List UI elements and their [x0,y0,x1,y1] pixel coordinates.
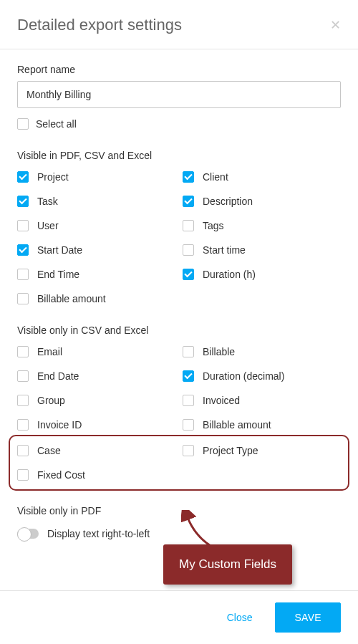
checkbox-billable-amount-2[interactable] [183,419,194,431]
field-duration-h: Duration (h) [183,269,341,280]
fields-csv-grid: Email Billable End Date Duration (decima… [17,346,341,431]
checkbox-end-time[interactable] [17,269,29,280]
label-duration-decimal: Duration (decimal) [203,370,284,382]
close-icon[interactable]: ✕ [330,19,341,32]
report-name-label: Report name [17,64,341,75]
select-all-row: Select all [17,118,341,130]
rtl-toggle-row: Display text right-to-left [17,528,341,539]
dialog-body: Report name Select all Visible in PDF, C… [0,49,358,590]
checkbox-fixed-cost[interactable] [17,469,29,481]
field-task: Task [17,196,175,207]
field-group: Group [17,395,175,406]
report-name-input[interactable] [17,81,341,108]
checkbox-project[interactable] [17,171,29,183]
field-client: Client [183,171,341,183]
save-button[interactable]: SAVE [275,602,341,633]
field-start-date: Start Date [17,244,175,256]
checkbox-duration-decimal[interactable] [183,370,194,382]
label-end-time: End Time [37,269,79,280]
label-user: User [37,220,59,231]
dialog-footer: Close SAVE [0,590,358,644]
select-all-checkbox[interactable] [17,118,29,130]
label-billable: Billable [203,346,235,357]
label-tags: Tags [203,220,224,231]
field-project: Project [17,171,175,183]
checkbox-project-type[interactable] [183,445,194,456]
label-start-time: Start time [203,244,246,256]
checkbox-start-time[interactable] [183,244,194,256]
checkbox-billable[interactable] [183,346,194,357]
section-pdf-only-label: Visible only in PDF [17,505,341,516]
field-start-time: Start time [183,244,341,256]
rtl-toggle-label: Display text right-to-left [47,528,150,539]
label-description: Description [203,196,253,207]
field-email: Email [17,346,175,357]
field-billable: Billable [183,346,341,357]
label-project: Project [37,171,69,183]
checkbox-end-date[interactable] [17,370,29,382]
select-all-label: Select all [36,118,77,130]
field-billable-amount-2: Billable amount [183,419,341,431]
field-end-time: End Time [17,269,175,280]
label-task: Task [37,196,58,207]
fields-all-grid: Project Client Task Description User Tag… [17,171,341,304]
field-fixed-cost: Fixed Cost [17,469,175,481]
checkbox-start-date[interactable] [17,244,29,256]
field-end-date: End Date [17,370,175,382]
checkbox-client[interactable] [183,171,194,183]
checkbox-case[interactable] [17,445,29,456]
fields-custom-grid: Case Project Type Fixed Cost [17,445,341,481]
checkbox-user[interactable] [17,220,29,231]
close-button[interactable]: Close [217,605,263,630]
dialog-header: Detailed export settings ✕ [0,0,358,49]
label-invoice-id: Invoice ID [37,419,82,431]
checkbox-tags[interactable] [183,220,194,231]
custom-fields-highlight: Case Project Type Fixed Cost [9,435,349,491]
label-fixed-cost: Fixed Cost [37,469,85,481]
label-group: Group [37,395,65,406]
checkbox-duration-h[interactable] [183,269,194,280]
field-tags: Tags [183,220,341,231]
field-billable-amount: Billable amount [17,293,175,304]
checkbox-task[interactable] [17,196,29,207]
field-project-type: Project Type [183,445,341,456]
field-case: Case [17,445,175,456]
section-csv-excel-label: Visible only in CSV and Excel [17,325,341,336]
field-duration-decimal: Duration (decimal) [183,370,341,382]
checkbox-email[interactable] [17,346,29,357]
label-invoiced: Invoiced [203,395,240,406]
label-client: Client [203,171,228,183]
label-billable-amount: Billable amount [37,293,106,304]
rtl-toggle[interactable] [17,529,39,539]
label-email: Email [37,346,62,357]
checkbox-invoice-id[interactable] [17,419,29,431]
field-invoiced: Invoiced [183,395,341,406]
dialog-title: Detailed export settings [17,16,182,34]
export-settings-dialog: Detailed export settings ✕ Report name S… [0,0,358,644]
label-project-type: Project Type [203,445,258,456]
label-duration-h: Duration (h) [203,269,256,280]
checkbox-description[interactable] [183,196,194,207]
field-description: Description [183,196,341,207]
checkbox-invoiced[interactable] [183,395,194,406]
field-user: User [17,220,175,231]
section-pdf-csv-excel-label: Visible in PDF, CSV and Excel [17,150,341,161]
label-billable-amount-2: Billable amount [203,419,271,431]
checkbox-billable-amount[interactable] [17,293,29,304]
label-case: Case [37,445,61,456]
label-start-date: Start Date [37,244,82,256]
checkbox-group[interactable] [17,395,29,406]
field-invoice-id: Invoice ID [17,419,175,431]
label-end-date: End Date [37,370,79,382]
